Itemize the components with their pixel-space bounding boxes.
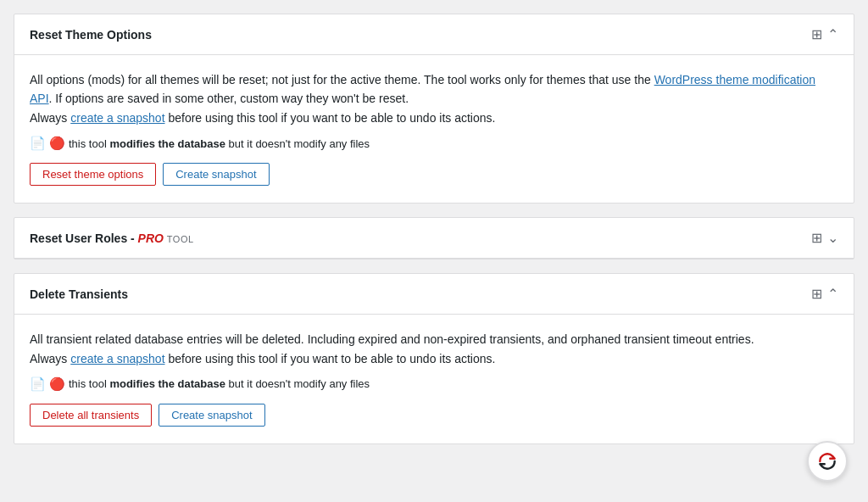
grid-icon-2[interactable]: ⊞ <box>811 230 822 246</box>
delete-transients-buttons: Delete all transients Create snapshot <box>30 404 838 427</box>
create-snapshot-link-1[interactable]: create a snapshot <box>70 111 164 125</box>
document-icon: 📄 <box>30 136 46 151</box>
document-icon-2: 📄 <box>30 376 46 392</box>
chevron-down-icon[interactable]: ⌄ <box>827 230 838 246</box>
create-snapshot-button-1[interactable]: Create snapshot <box>163 163 269 186</box>
reset-theme-options-panel: Reset Theme Options ⊞ ⌃ All options (mod… <box>14 14 854 204</box>
database-icon: 🔴 <box>49 136 65 151</box>
db-notice-text-2: this tool modifies the database but it d… <box>69 377 370 390</box>
reset-user-roles-header: Reset User Roles - PRO TOOL ⊞ ⌄ <box>14 218 854 259</box>
chevron-up-icon[interactable]: ⌃ <box>827 26 838 42</box>
reset-theme-options-header: Reset Theme Options ⊞ ⌃ <box>14 14 854 55</box>
grid-icon[interactable]: ⊞ <box>811 26 822 42</box>
delete-transients-body: All transient related database entries w… <box>14 315 854 443</box>
create-snapshot-link-2[interactable]: create a snapshot <box>70 352 164 365</box>
db-notice-2: 📄 🔴 this tool modifies the database but … <box>30 376 838 392</box>
delete-transients-title: Delete Transients <box>30 287 128 301</box>
grid-icon-3[interactable]: ⊞ <box>811 286 822 302</box>
delete-all-transients-button[interactable]: Delete all transients <box>30 404 152 427</box>
reset-user-roles-title: Reset User Roles - PRO TOOL <box>30 231 194 245</box>
reset-theme-options-controls: ⊞ ⌃ <box>811 26 838 42</box>
refresh-icon <box>816 450 838 472</box>
reset-theme-options-button[interactable]: Reset theme options <box>30 163 156 186</box>
delete-transients-description: All transient related database entries w… <box>30 330 838 368</box>
reset-user-roles-controls: ⊞ ⌄ <box>811 230 838 246</box>
delete-transients-controls: ⊞ ⌃ <box>811 286 838 302</box>
db-notice-1: 📄 🔴 this tool modifies the database but … <box>30 136 838 151</box>
reset-theme-options-body: All options (mods) for all themes will b… <box>14 55 854 203</box>
delete-transients-header: Delete Transients ⊞ ⌃ <box>14 274 854 315</box>
db-notice-text-1: this tool modifies the database but it d… <box>69 137 370 150</box>
reset-theme-options-buttons: Reset theme options Create snapshot <box>30 163 838 186</box>
create-snapshot-button-2[interactable]: Create snapshot <box>159 404 264 427</box>
wp-theme-modification-api-link[interactable]: WordPress theme modification API <box>30 73 815 105</box>
refresh-fab[interactable] <box>807 441 848 482</box>
database-icon-2: 🔴 <box>49 376 65 392</box>
chevron-up-icon-2[interactable]: ⌃ <box>827 286 838 302</box>
reset-user-roles-panel: Reset User Roles - PRO TOOL ⊞ ⌄ <box>14 217 854 259</box>
reset-theme-options-title: Reset Theme Options <box>30 28 152 42</box>
reset-theme-options-description: All options (mods) for all themes will b… <box>30 70 838 127</box>
delete-transients-panel: Delete Transients ⊞ ⌃ All transient rela… <box>14 273 854 444</box>
